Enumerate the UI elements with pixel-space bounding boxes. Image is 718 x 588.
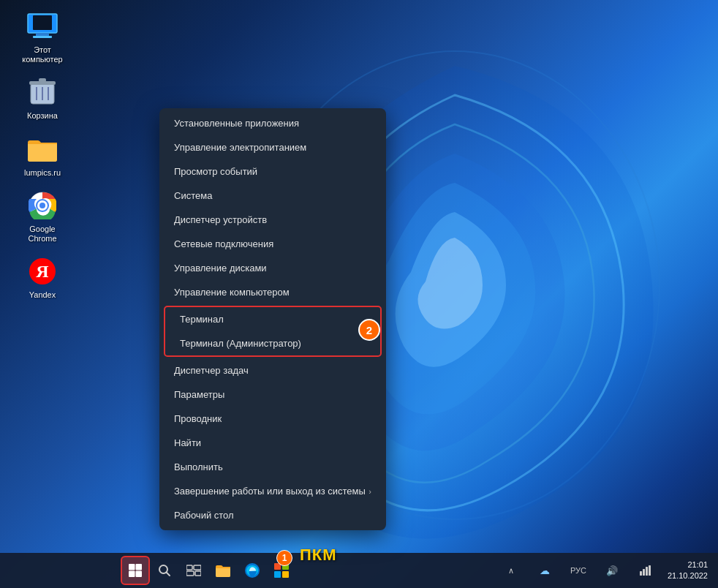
lumpics-label: lumpics.ru: [24, 168, 61, 178]
svg-rect-23: [186, 565, 192, 570]
menu-item-run[interactable]: Выполнить: [159, 455, 386, 479]
menu-item-power-management[interactable]: Управление электропитанием: [159, 135, 386, 159]
edge-icon: [244, 562, 260, 578]
desktop-icon-this-computer[interactable]: Этот компьютер: [13, 7, 72, 67]
menu-item-search[interactable]: Найти: [159, 431, 386, 455]
yandex-label: Yandex: [29, 290, 56, 300]
recycle-bin-icon: [26, 76, 58, 108]
volume-icon: 🔊: [606, 565, 618, 576]
this-computer-icon: [26, 10, 58, 42]
badge-1: 1: [276, 550, 292, 566]
svg-line-22: [167, 573, 170, 576]
menu-item-event-viewer[interactable]: Просмотр событий: [159, 159, 386, 184]
taskbar-edge-button[interactable]: [238, 556, 267, 585]
svg-rect-17: [129, 564, 135, 570]
taskbar-language-indicator[interactable]: РУС: [564, 556, 593, 585]
menu-item-task-manager[interactable]: Диспетчер задач: [159, 358, 386, 382]
menu-item-terminal-admin[interactable]: Терминал (Администратор): [165, 331, 380, 355]
taskbar-date-value: 21.10.2022: [668, 570, 708, 581]
taskbar-volume-button[interactable]: 🔊: [597, 556, 627, 585]
svg-rect-3: [36, 33, 49, 36]
start-button[interactable]: [121, 556, 150, 585]
menu-item-computer-management[interactable]: Управление компьютером: [159, 280, 386, 304]
menu-item-desktop[interactable]: Рабочий стол: [159, 503, 386, 527]
taskbar-tray-expand-button[interactable]: ∧: [496, 556, 526, 585]
svg-rect-24: [194, 565, 201, 570]
svg-rect-25: [186, 571, 194, 576]
yandex-icon: Я: [26, 255, 58, 287]
svg-rect-20: [136, 571, 143, 578]
taskbar-clock[interactable]: 21:01 21.10.2022: [665, 556, 711, 585]
taskbar-weather-icon[interactable]: ☁: [530, 556, 559, 585]
desktop-icon-yandex[interactable]: Я Yandex: [13, 252, 72, 303]
desktop-icons-container: Этот компьютер Корзина: [13, 7, 72, 303]
taskbar-system-tray: ∧ ☁ РУС 🔊: [496, 556, 711, 585]
menu-item-network-connections[interactable]: Сетевые подключения: [159, 232, 386, 256]
recycle-bin-label: Корзина: [27, 111, 58, 121]
svg-text:Я: Я: [36, 262, 48, 281]
menu-item-terminal[interactable]: Терминал: [165, 307, 380, 331]
taskbar-task-view-button[interactable]: [179, 556, 208, 585]
chevron-up-icon: ∧: [508, 566, 514, 576]
menu-item-device-manager[interactable]: Диспетчер устройств: [159, 208, 386, 232]
google-chrome-label: Google Chrome: [16, 225, 69, 244]
svg-rect-35: [649, 565, 651, 576]
taskbar-network-button[interactable]: [631, 556, 660, 585]
desktop-icon-recycle-bin[interactable]: Корзина: [13, 73, 72, 124]
svg-rect-31: [282, 571, 289, 578]
language-label: РУС: [570, 566, 586, 575]
shutdown-arrow-icon: ›: [369, 487, 371, 496]
taskbar: ∧ ☁ РУС 🔊: [0, 553, 718, 588]
menu-item-system[interactable]: Система: [159, 184, 386, 208]
svg-rect-18: [136, 564, 143, 570]
menu-item-settings[interactable]: Параметры: [159, 382, 386, 407]
svg-rect-4: [33, 36, 52, 38]
svg-rect-19: [129, 571, 135, 578]
svg-rect-33: [643, 569, 645, 576]
taskbar-time-value: 21:01: [668, 559, 708, 570]
search-icon: [158, 564, 171, 577]
context-menu: Установленные приложения Управление элек…: [159, 108, 386, 530]
svg-rect-30: [274, 571, 281, 578]
terminal-group: Терминал Терминал (Администратор): [164, 306, 382, 357]
lumpics-folder-icon: [26, 133, 58, 165]
desktop-icon-google-chrome[interactable]: Google Chrome: [13, 186, 72, 246]
svg-rect-26: [195, 571, 201, 576]
svg-rect-2: [33, 15, 52, 30]
desktop: Этот компьютер Корзина: [0, 0, 718, 588]
taskbar-search-button[interactable]: [150, 556, 179, 585]
google-chrome-icon: [26, 189, 58, 222]
menu-item-disk-management[interactable]: Управление дисками: [159, 256, 386, 280]
this-computer-label: Этот компьютер: [16, 45, 69, 64]
pkm-label: ПКМ: [300, 546, 337, 565]
svg-rect-34: [646, 567, 648, 576]
cloud-icon: ☁: [540, 565, 550, 576]
task-view-icon: [186, 565, 201, 576]
svg-rect-7: [39, 78, 46, 82]
taskbar-file-explorer-button[interactable]: [208, 556, 238, 585]
badge-2: 2: [358, 319, 380, 341]
svg-rect-32: [640, 571, 642, 576]
desktop-icon-lumpics[interactable]: lumpics.ru: [13, 130, 72, 181]
windows-logo-icon: [128, 563, 143, 578]
file-explorer-icon: [215, 563, 231, 578]
taskbar-time-display: 21:01 21.10.2022: [668, 559, 708, 582]
svg-point-14: [39, 203, 45, 208]
menu-item-shutdown[interactable]: Завершение работы или выход из системы ›: [159, 479, 386, 503]
menu-item-explorer[interactable]: Проводник: [159, 407, 386, 431]
menu-item-installed-apps[interactable]: Установленные приложения: [159, 111, 386, 135]
network-icon: [640, 565, 651, 576]
